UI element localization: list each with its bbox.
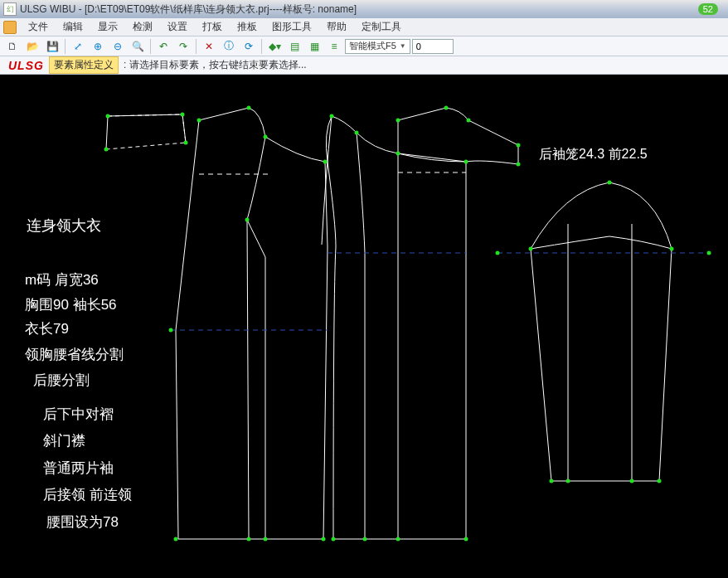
menu-graphic-tools[interactable]: 图形工具 <box>265 17 318 36</box>
svg-point-40 <box>658 479 662 483</box>
status-mode: 要素属性定义 <box>49 56 119 74</box>
svg-point-38 <box>496 251 500 255</box>
svg-point-14 <box>323 160 328 164</box>
tool-dropdown-icon[interactable]: ◆▾ <box>265 38 284 55</box>
svg-point-26 <box>355 131 359 135</box>
view-grid-icon[interactable]: ▦ <box>305 38 323 55</box>
pattern-svg <box>0 75 728 578</box>
menu-inspect[interactable]: 检测 <box>126 17 159 36</box>
svg-point-11 <box>197 119 201 123</box>
svg-point-42 <box>630 479 634 483</box>
menu-custom-tools[interactable]: 定制工具 <box>355 17 408 36</box>
drawing-canvas[interactable]: 连身领大衣 m码 肩宽36 胸围90 袖长56 衣长79 领胸腰省线分割 后腰分… <box>0 75 728 578</box>
title-badge: 52 <box>698 3 718 15</box>
svg-point-19 <box>264 537 268 542</box>
svg-point-37 <box>707 251 711 255</box>
menu-push[interactable]: 推板 <box>231 17 264 36</box>
status-logo: ULSG <box>3 59 49 72</box>
zoom-out-icon[interactable]: ⊖ <box>109 38 127 55</box>
anchor-points <box>104 106 711 542</box>
toolbar-separator <box>196 39 197 54</box>
menu-view[interactable]: 显示 <box>91 17 124 36</box>
app-logo-icon <box>3 21 17 34</box>
svg-point-29 <box>444 106 449 110</box>
svg-point-18 <box>247 537 251 542</box>
open-file-icon[interactable]: 📂 <box>23 38 41 55</box>
window-title: ULSG WIBU - [D:\ET09\ET09软件\纸样库\连身领大衣.pr… <box>20 2 357 17</box>
svg-point-24 <box>464 537 468 542</box>
svg-point-31 <box>517 143 521 148</box>
status-message: : 请选择目标要素，按右键结束要素选择... <box>119 58 312 72</box>
front-piece <box>322 116 466 539</box>
menu-layout[interactable]: 打板 <box>196 17 229 36</box>
zoom-select-icon[interactable]: 🔍 <box>129 38 147 55</box>
number-input[interactable]: 0 <box>412 39 454 54</box>
svg-point-13 <box>264 135 268 139</box>
svg-point-7 <box>106 114 110 119</box>
menu-file[interactable]: 文件 <box>22 17 55 36</box>
menu-help[interactable]: 帮助 <box>320 17 353 36</box>
svg-point-27 <box>396 119 400 123</box>
svg-point-22 <box>363 537 367 542</box>
back-piece <box>171 108 328 539</box>
svg-point-33 <box>464 160 468 164</box>
svg-point-9 <box>184 141 188 145</box>
svg-point-15 <box>245 218 250 222</box>
svg-point-41 <box>566 479 570 483</box>
menu-edit[interactable]: 编辑 <box>56 17 90 36</box>
app-icon: 幻 <box>3 2 17 16</box>
back-neck-piece <box>398 108 518 164</box>
toolbar-separator <box>261 39 262 54</box>
menu-bar: 文件 编辑 显示 检测 设置 打板 推板 图形工具 帮助 定制工具 <box>0 18 728 36</box>
title-bar: 幻 ULSG WIBU - [D:\ET09\ET09软件\纸样库\连身领大衣.… <box>0 0 728 18</box>
svg-point-34 <box>529 247 533 251</box>
svg-point-12 <box>247 106 251 110</box>
collar-piece <box>106 114 186 149</box>
info-icon[interactable]: ⓘ <box>220 38 238 55</box>
svg-point-21 <box>332 537 336 542</box>
svg-point-17 <box>174 537 178 542</box>
number-value: 0 <box>416 41 421 51</box>
svg-point-16 <box>169 328 173 333</box>
view-list-icon[interactable]: ≡ <box>325 38 343 55</box>
mode-combo[interactable]: 智能模式F5 ▼ <box>345 39 410 54</box>
menu-settings[interactable]: 设置 <box>161 17 194 36</box>
svg-point-8 <box>181 113 185 117</box>
status-bar: ULSG 要素属性定义 : 请选择目标要素，按右键结束要素选择... <box>0 56 728 75</box>
new-file-icon[interactable]: 🗋 <box>3 38 22 55</box>
toolbar: 🗋 📂 💾 ⤢ ⊕ ⊖ 🔍 ↶ ↷ ✕ ⓘ ⟳ ◆▾ ▤ ▦ ≡ 智能模式F5 … <box>0 36 728 56</box>
layers-icon[interactable]: ▤ <box>285 38 303 55</box>
svg-point-20 <box>322 537 326 542</box>
delete-icon[interactable]: ✕ <box>200 38 218 55</box>
svg-point-25 <box>330 114 334 119</box>
refresh-icon[interactable]: ⟳ <box>240 38 258 55</box>
chevron-down-icon: ▼ <box>400 42 406 50</box>
save-file-icon[interactable]: 💾 <box>43 38 61 55</box>
svg-point-30 <box>467 119 471 123</box>
sleeve-piece <box>497 182 709 481</box>
undo-icon[interactable]: ↶ <box>154 38 172 55</box>
svg-point-10 <box>104 148 109 152</box>
mode-combo-label: 智能模式F5 <box>349 40 396 52</box>
redo-icon[interactable]: ↷ <box>174 38 192 55</box>
svg-point-32 <box>517 163 521 167</box>
zoom-in-icon[interactable]: ⊕ <box>89 38 107 55</box>
svg-point-35 <box>608 181 612 185</box>
svg-point-39 <box>550 479 554 483</box>
zoom-fit-icon[interactable]: ⤢ <box>69 38 87 55</box>
svg-point-23 <box>396 537 400 542</box>
toolbar-separator <box>65 39 66 54</box>
svg-point-36 <box>670 247 674 251</box>
svg-point-28 <box>396 152 400 156</box>
toolbar-separator <box>150 39 151 54</box>
